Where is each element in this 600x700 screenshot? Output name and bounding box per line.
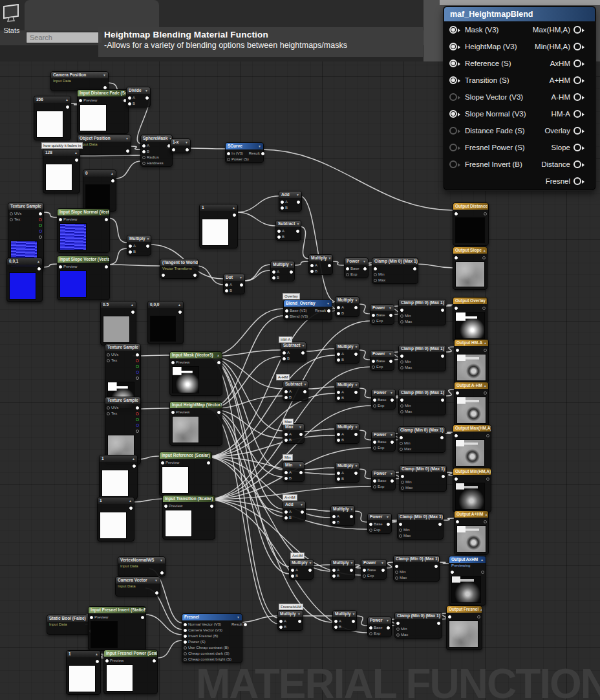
node-multiply-addrow[interactable]: Multiply▼AB [330, 505, 355, 526]
pin[interactable] [261, 152, 264, 155]
pin[interactable] [350, 569, 353, 572]
panel-output-Min(HM,A)[interactable]: Min(HM,A) [535, 43, 586, 50]
pin[interactable] [225, 283, 228, 287]
pin[interactable] [279, 620, 283, 623]
pin[interactable] [225, 289, 228, 292]
pin[interactable] [400, 399, 403, 402]
pin[interactable] [337, 353, 340, 356]
collapse-arrow-icon[interactable]: ▼ [327, 300, 330, 307]
pin[interactable] [400, 355, 403, 358]
pin[interactable] [455, 434, 458, 437]
pin[interactable] [272, 270, 275, 274]
pin[interactable] [337, 397, 340, 400]
pin[interactable] [133, 465, 136, 468]
pin[interactable] [105, 265, 108, 268]
pin[interactable] [10, 212, 13, 215]
pin[interactable] [136, 353, 139, 356]
node-multiply-ax1[interactable]: Multiply▼AB [289, 559, 314, 580]
pin[interactable] [486, 477, 489, 481]
pin[interactable] [328, 264, 331, 267]
node-clamp-max[interactable]: Clamp (Min 0) (Max 1)▼MinMax [398, 426, 445, 453]
editor-tab[interactable] [25, 0, 159, 30]
pin[interactable] [395, 576, 398, 580]
pin[interactable] [413, 267, 416, 270]
pin[interactable] [184, 652, 187, 655]
pin[interactable] [400, 448, 403, 451]
panel-input-Transition (S)[interactable]: Transition (S) [449, 76, 509, 84]
pin[interactable] [400, 320, 403, 323]
output-pin-icon[interactable] [573, 43, 581, 50]
pin[interactable] [372, 320, 375, 323]
node-multiply-min[interactable]: Multiply▼AB [335, 462, 359, 483]
pin[interactable] [184, 623, 187, 626]
collapse-arrow-icon[interactable]: ▼ [303, 381, 306, 388]
pin[interactable] [160, 571, 164, 574]
node-clamp-hma[interactable]: Clamp (Min 0) (Max 1)▼MinMax [398, 345, 446, 371]
pin[interactable] [227, 152, 230, 155]
node-spheremask[interactable]: SphereMask▼ABRadiusHardness [140, 135, 173, 167]
panel-output-Overlay[interactable]: Overlay [544, 127, 586, 135]
node-output-slope[interactable]: Output Slope▲ [453, 246, 488, 290]
pin[interactable] [374, 273, 377, 276]
pin[interactable] [136, 412, 139, 415]
collapse-arrow-icon[interactable]: ▼ [185, 139, 188, 146]
pin[interactable] [75, 159, 78, 162]
node-const-05[interactable]: 0.5▲ [100, 301, 136, 345]
collapse-arrow-icon[interactable]: ▼ [147, 235, 150, 242]
node-camera-vector[interactable]: Camera Vector▼Input Data [115, 576, 160, 596]
node-clamp-slope[interactable]: Clamp (Min 0) (Max 1)▼MinMax [372, 257, 418, 284]
node-blend-overlay[interactable]: Blend_Overlay▼Base (V3)Blend (V3)Result [283, 300, 332, 320]
node-multiply-max[interactable]: Multiply▼AB [335, 423, 359, 444]
pin[interactable] [284, 439, 288, 442]
pin[interactable] [291, 569, 294, 572]
pin[interactable] [111, 179, 114, 182]
panel-output-A-HM[interactable]: A-HM [552, 93, 586, 101]
pin[interactable] [354, 472, 358, 475]
pin[interactable] [301, 510, 304, 514]
node-output-min[interactable]: Output Min(HM,A)▲ [453, 468, 491, 512]
pin[interactable] [484, 212, 487, 215]
collapse-arrow-icon[interactable]: ▼ [355, 382, 358, 388]
collapse-arrow-icon[interactable]: ▼ [363, 258, 366, 265]
pin[interactable] [337, 472, 340, 475]
pin[interactable] [136, 371, 139, 374]
comment-tag[interactable]: Max [283, 419, 294, 425]
panel-input-Fresnel Power (S)[interactable]: Fresnel Power (S) [449, 144, 525, 151]
pin[interactable] [442, 475, 445, 478]
node-object-position[interactable]: Object Position▼Input Data [77, 135, 131, 155]
node-multiply-slope-b[interactable]: Multiply▼AB [270, 261, 295, 281]
node-multiply-slope-c[interactable]: Multiply▼AB [308, 254, 333, 275]
pin[interactable] [210, 505, 213, 508]
collapse-arrow-icon[interactable]: ▼ [296, 191, 299, 198]
pin[interactable] [217, 411, 220, 414]
node-power-slope[interactable]: Power▼BaseExp [344, 257, 369, 278]
node-output-overlay[interactable]: Output Overlay▲ [453, 297, 488, 342]
pin[interactable] [441, 399, 444, 402]
collapse-arrow-icon[interactable]: ▼ [237, 614, 240, 620]
pin[interactable] [299, 471, 303, 474]
panel-output-HM-A[interactable]: HM-A [552, 110, 586, 118]
node-fresnel[interactable]: Fresnel▼Normal Vector (V3)Camera Vector … [182, 613, 242, 663]
pin[interactable] [146, 245, 149, 248]
pin[interactable] [126, 149, 129, 153]
pin[interactable] [369, 626, 372, 629]
node-input-reference[interactable]: Input Reference (Scalar)▲Preview [159, 452, 212, 496]
collapse-arrow-icon[interactable]: ▼ [155, 577, 158, 584]
node-max[interactable]: Max▼AB [283, 423, 305, 444]
input-pin-icon[interactable] [449, 160, 457, 168]
panel-output-A+HM[interactable]: A+HM [550, 76, 586, 84]
pin[interactable] [455, 212, 458, 215]
node-power-min[interactable]: Power▼BaseExp [371, 470, 396, 490]
pin[interactable] [290, 270, 293, 274]
pin[interactable] [297, 201, 300, 204]
pin[interactable] [39, 218, 42, 221]
node-input-slope-vector[interactable]: Input Slope Vector (Vector3)▲Preview [57, 256, 110, 300]
collapse-arrow-icon[interactable]: ▼ [355, 424, 358, 430]
pin[interactable] [171, 361, 175, 364]
node-const-000[interactable]: 0,0,0▲ [147, 301, 184, 344]
pin[interactable] [373, 485, 376, 488]
node-output-ahm[interactable]: Output A-HM▲ [454, 382, 489, 426]
collapse-arrow-icon[interactable]: ▼ [389, 305, 392, 311]
pin[interactable] [373, 404, 376, 408]
node-const-001[interactable]: 0,0,1▲ [6, 257, 43, 302]
